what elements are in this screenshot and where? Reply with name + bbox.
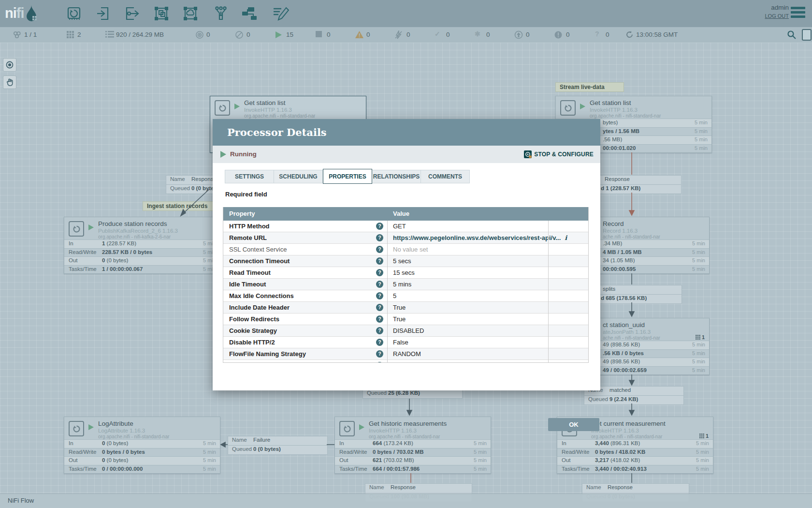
processor-stats: 49 (898.56 KB)5 min .56 KB / 0 bytes5 mi… xyxy=(583,341,709,374)
new-remote-process-group-icon[interactable] xyxy=(183,6,198,21)
property-row[interactable]: Idle Timeout?5 mins xyxy=(223,279,588,290)
running-status-icon xyxy=(88,224,94,230)
new-processor-icon[interactable] xyxy=(66,6,82,21)
help-icon[interactable]: ? xyxy=(376,304,383,311)
property-row[interactable]: Read Timeout?15 secs xyxy=(223,267,588,279)
current-user: admin xyxy=(765,4,789,11)
running-status-icon xyxy=(580,104,585,109)
tab-scheduling[interactable]: SCHEDULING xyxy=(274,170,323,183)
sync-failure-icon: ? xyxy=(595,30,599,38)
help-icon[interactable]: ? xyxy=(376,246,383,253)
session-info: admin LOG OUT xyxy=(765,4,789,19)
help-icon[interactable]: ? xyxy=(376,315,383,323)
new-input-port-icon[interactable] xyxy=(95,6,111,21)
property-row[interactable]: Include Date Header?True xyxy=(223,302,588,314)
property-row[interactable]: Connection Timeout?5 secs xyxy=(223,255,588,267)
help-icon[interactable]: ? xyxy=(376,362,383,362)
thread-count-badge: 1 xyxy=(696,334,705,340)
processor-title: Get historic measurements xyxy=(369,420,447,427)
processor-record-partial[interactable]: Record Record 1.16.3 ache.nifi - nifi-st… xyxy=(582,217,710,274)
property-row[interactable]: Max Idle Connections?5 xyxy=(223,290,588,302)
column-divider xyxy=(548,221,549,362)
processor-get-historic-measurements[interactable]: Get historic measurements InvokeHTTP 1.1… xyxy=(334,417,491,474)
help-icon[interactable]: ? xyxy=(376,281,383,288)
new-label-icon[interactable] xyxy=(272,6,287,21)
property-row[interactable]: Cookie Strategy?DISABLED xyxy=(223,325,588,337)
running-count: 15 xyxy=(286,31,293,38)
tab-settings[interactable]: SETTINGS xyxy=(225,170,274,183)
property-row-clipped[interactable]: Attributes to Send?No value set xyxy=(223,360,588,362)
breadcrumb-bar: NiFi Flow xyxy=(0,493,812,508)
new-process-group-icon[interactable] xyxy=(154,6,169,21)
locally-modified-icon: ✱ xyxy=(475,30,480,38)
processor-extract-station-uuid-partial[interactable]: ct station_uuid ateJsonPath 1.16.3 ache.… xyxy=(582,318,710,375)
info-icon[interactable]: i xyxy=(565,234,567,241)
nifi-droplet-icon xyxy=(25,4,38,22)
processor-title: Record xyxy=(603,220,624,227)
column-divider xyxy=(387,221,388,362)
stat-row: Read/Write0 bytes / 418.02 KB5 min xyxy=(557,448,713,457)
help-icon[interactable]: ? xyxy=(376,292,383,299)
logout-link[interactable]: LOG OUT xyxy=(765,13,789,19)
canvas-label-stream-live-data[interactable]: Stream live-data xyxy=(555,82,624,92)
ok-button[interactable]: OK xyxy=(548,418,599,431)
processor-type: LogAttribute 1.16.3 xyxy=(98,428,145,433)
stop-configure-gear-icon xyxy=(524,150,532,158)
stat-row: 49 (898.56 KB)5 min xyxy=(583,341,709,349)
stat-row: Tasks/Time664 / 00:01:57.9865 min xyxy=(335,465,491,474)
running-status-icon xyxy=(220,151,226,158)
tab-properties[interactable]: PROPERTIES xyxy=(323,169,372,184)
tab-comments[interactable]: COMMENTS xyxy=(421,170,470,183)
connection-queued: Queued9 (2.24 KB) xyxy=(584,395,683,404)
connection-label-failure[interactable]: NameFailure Queued0 (0 bytes) xyxy=(228,436,328,455)
breadcrumb[interactable]: NiFi Flow xyxy=(8,497,34,504)
help-icon[interactable]: ? xyxy=(376,269,383,276)
stat-row: In0 (0 bytes)5 min xyxy=(64,439,220,448)
processor-type: InvokeHTTP 1.16.3 xyxy=(590,107,638,113)
help-icon[interactable]: ? xyxy=(376,257,383,265)
connected-nodes-count: 1 / 1 xyxy=(24,31,37,38)
dialog-title: Processor Details xyxy=(227,119,327,146)
processor-icon xyxy=(69,221,84,237)
processor-produce-station-records[interactable]: Produce station records PublishKafkaReco… xyxy=(64,217,220,274)
processor-details-dialog: Processor Details Running STOP & CONFIGU… xyxy=(213,119,600,390)
property-row[interactable]: Remote URL?https://www.pegelonline.wsv.d… xyxy=(223,232,588,244)
refresh-icon[interactable] xyxy=(625,30,634,39)
property-row[interactable]: Disable HTTP/2?False xyxy=(223,337,588,348)
help-icon[interactable]: ? xyxy=(376,350,383,358)
transmitting-icon xyxy=(195,30,204,39)
help-icon[interactable]: ? xyxy=(376,327,383,334)
help-icon[interactable]: ? xyxy=(376,234,383,241)
bulletin-panel-icon[interactable] xyxy=(801,29,812,37)
pan-hand-icon[interactable] xyxy=(3,75,16,89)
processor-type: Record 1.16.3 xyxy=(603,228,638,234)
not-transmitting-count: 0 xyxy=(246,31,250,38)
processor-title: Get station list xyxy=(244,99,286,106)
properties-table-body: HTTP Method?GET Remote URL?https://www.p… xyxy=(223,221,588,362)
sync-failure-count: 0 xyxy=(606,31,609,38)
new-template-icon[interactable] xyxy=(241,6,257,21)
birdseye-icon[interactable] xyxy=(3,58,16,72)
connection-label-splits[interactable]: splits d 685 (178.56 KB) xyxy=(590,285,682,304)
processor-log-attribute[interactable]: LogAttribute LogAttribute 1.16.3 org.apa… xyxy=(64,417,220,474)
stop-and-configure-button[interactable]: STOP & CONFIGURE xyxy=(524,146,594,163)
processor-bundle: ache.nifi - nifi-standard-nar xyxy=(603,234,660,239)
nifi-app: nifi admin LOG OUT 1 / 1 2 920 / 264.29 … xyxy=(0,0,812,508)
property-row[interactable]: FlowFile Naming Strategy?RANDOM xyxy=(223,348,588,360)
required-field-note: Required field xyxy=(225,191,267,198)
property-row[interactable]: Follow Redirects?True xyxy=(223,314,588,325)
new-output-port-icon[interactable] xyxy=(124,6,140,21)
stat-row: 00:00:00.5955 min xyxy=(583,265,709,274)
connection-label-queued-25[interactable]: Queued25 (6.28 KB) xyxy=(362,389,463,399)
help-icon[interactable]: ? xyxy=(376,223,383,230)
property-row[interactable]: HTTP Method?GET xyxy=(223,221,588,232)
search-icon[interactable] xyxy=(787,30,797,39)
property-row[interactable]: SSL Context Service?No value set xyxy=(223,244,588,255)
new-funnel-icon[interactable] xyxy=(213,6,229,21)
canvas-label-ingest-station-records[interactable]: Ingest station records xyxy=(143,201,215,211)
global-menu-icon[interactable] xyxy=(791,7,806,19)
connection-queued: Queued0 (0 bytes) xyxy=(228,445,327,454)
logo-text: ni xyxy=(5,5,16,21)
stat-row: .34 MB)5 min xyxy=(583,239,709,248)
help-icon[interactable]: ? xyxy=(376,339,383,346)
